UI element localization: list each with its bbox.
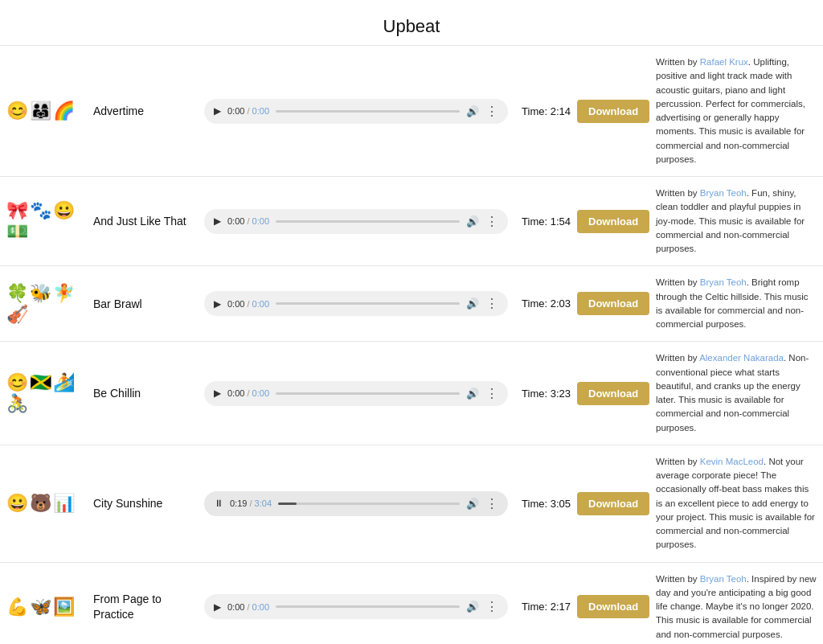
total-time-from-page-to-practice: 0:00 (252, 602, 269, 612)
play-button-and-just-like-that[interactable]: ▶ (214, 215, 221, 227)
progress-bar-advertime[interactable] (276, 110, 460, 113)
track-emoji-and-just-like-that: 🎀🐾😀💵 (6, 200, 87, 242)
track-duration-from-page-to-practice: Time: 2:17 (514, 601, 571, 613)
current-time-from-page-to-practice: 0:00 (227, 602, 244, 612)
download-button-bar-brawl[interactable]: Download (577, 292, 649, 315)
play-button-from-page-to-practice[interactable]: ▶ (214, 601, 221, 613)
track-title-from-page-to-practice: From Page to Practice (93, 592, 198, 621)
progress-fill-city-sunshine (278, 502, 297, 505)
volume-icon-bar-brawl[interactable]: 🔊 (466, 297, 479, 310)
track-description-city-sunshine: Written by Kevin MacLeod. Not your avera… (656, 455, 817, 552)
track-description-and-just-like-that: Written by Bryan Teoh. Fun, shiny, clean… (656, 187, 817, 256)
more-button-and-just-like-that[interactable]: ⋮ (485, 214, 498, 229)
more-button-be-chillin[interactable]: ⋮ (485, 386, 498, 401)
track-title-and-just-like-that: And Just Like That (93, 214, 198, 228)
download-button-be-chillin[interactable]: Download (577, 382, 649, 405)
current-time-advertime: 0:00 (227, 106, 244, 116)
track-title-bar-brawl: Bar Brawl (93, 297, 198, 311)
track-duration-be-chillin: Time: 3:23 (514, 388, 571, 400)
track-list: 😊👨‍👩‍👧🌈 Advertime ▶ 0:00 / 0:00 🔊 ⋮ Time… (0, 45, 823, 644)
time-display-from-page-to-practice: 0:00 / 0:00 (227, 602, 269, 612)
time-display-city-sunshine: 0:19 / 3:04 (230, 498, 272, 508)
current-time-be-chillin: 0:00 (227, 388, 244, 398)
track-emoji-be-chillin: 😊🇯🇲🏄🚴 (6, 372, 87, 414)
progress-bar-city-sunshine[interactable] (278, 502, 460, 505)
track-description-advertime: Written by Rafael Krux. Uplifting, posit… (656, 55, 817, 166)
author-link-advertime[interactable]: Rafael Krux (700, 57, 748, 67)
download-button-and-just-like-that[interactable]: Download (577, 210, 649, 233)
download-button-from-page-to-practice[interactable]: Download (577, 595, 649, 618)
author-link-from-page-to-practice[interactable]: Bryan Teoh (700, 574, 747, 584)
volume-icon-city-sunshine[interactable]: 🔊 (466, 498, 479, 510)
volume-icon-advertime[interactable]: 🔊 (466, 105, 479, 117)
track-emoji-advertime: 😊👨‍👩‍👧🌈 (6, 100, 87, 121)
author-link-bar-brawl[interactable]: Bryan Teoh (700, 277, 747, 287)
track-title-be-chillin: Be Chillin (93, 386, 198, 400)
track-row: 😀🐻📊 City Sunshine ⏸ 0:19 / 3:04 🔊 ⋮ Time… (0, 445, 823, 562)
progress-bar-be-chillin[interactable] (276, 392, 460, 395)
total-time-and-just-like-that: 0:00 (252, 216, 269, 226)
track-description-bar-brawl: Written by Bryan Teoh. Bright romp throu… (656, 276, 817, 331)
more-button-bar-brawl[interactable]: ⋮ (485, 296, 498, 311)
track-duration-advertime: Time: 2:14 (514, 105, 571, 117)
audio-player-be-chillin: ▶ 0:00 / 0:00 🔊 ⋮ (204, 381, 508, 406)
total-time-advertime: 0:00 (252, 106, 269, 116)
author-link-city-sunshine[interactable]: Kevin MacLeod (700, 457, 764, 466)
time-display-be-chillin: 0:00 / 0:00 (227, 388, 269, 398)
track-row: 🎀🐾😀💵 And Just Like That ▶ 0:00 / 0:00 🔊 … (0, 176, 823, 265)
total-time-bar-brawl: 0:00 (252, 299, 269, 309)
audio-player-city-sunshine: ⏸ 0:19 / 3:04 🔊 ⋮ (204, 491, 508, 516)
author-link-be-chillin[interactable]: Alexander Nakarada (699, 353, 784, 363)
author-link-and-just-like-that[interactable]: Bryan Teoh (700, 188, 747, 198)
total-time-be-chillin: 0:00 (252, 388, 269, 398)
current-time-and-just-like-that: 0:00 (227, 216, 244, 226)
volume-icon-from-page-to-practice[interactable]: 🔊 (466, 601, 479, 613)
more-button-city-sunshine[interactable]: ⋮ (485, 496, 498, 511)
volume-icon-be-chillin[interactable]: 🔊 (466, 388, 479, 400)
audio-player-and-just-like-that: ▶ 0:00 / 0:00 🔊 ⋮ (204, 209, 508, 234)
track-description-be-chillin: Written by Alexander Nakarada. Non-conve… (656, 351, 817, 435)
progress-bar-from-page-to-practice[interactable] (276, 605, 460, 608)
download-button-city-sunshine[interactable]: Download (577, 492, 649, 515)
total-time-city-sunshine: 3:04 (255, 498, 272, 508)
audio-player-advertime: ▶ 0:00 / 0:00 🔊 ⋮ (204, 99, 508, 124)
track-row: 😊👨‍👩‍👧🌈 Advertime ▶ 0:00 / 0:00 🔊 ⋮ Time… (0, 45, 823, 176)
play-button-city-sunshine[interactable]: ⏸ (214, 498, 223, 509)
track-emoji-city-sunshine: 😀🐻📊 (6, 493, 87, 514)
progress-bar-and-just-like-that[interactable] (276, 220, 460, 223)
current-time-bar-brawl: 0:00 (227, 299, 244, 309)
track-row: 🍀🐝🧚🎻 Bar Brawl ▶ 0:00 / 0:00 🔊 ⋮ Time: 2… (0, 265, 823, 341)
track-title-advertime: Advertime (93, 104, 198, 118)
track-title-city-sunshine: City Sunshine (93, 496, 198, 511)
current-time-city-sunshine: 0:19 (230, 498, 247, 508)
play-button-advertime[interactable]: ▶ (214, 105, 221, 117)
audio-player-bar-brawl: ▶ 0:00 / 0:00 🔊 ⋮ (204, 291, 508, 316)
page-title: Upbeat (0, 0, 823, 45)
track-row: 💪🦋🖼️ From Page to Practice ▶ 0:00 / 0:00… (0, 562, 823, 645)
track-duration-bar-brawl: Time: 2:03 (514, 297, 571, 310)
more-button-from-page-to-practice[interactable]: ⋮ (485, 599, 498, 614)
track-duration-and-just-like-that: Time: 1:54 (514, 215, 571, 228)
track-emoji-from-page-to-practice: 💪🦋🖼️ (6, 597, 87, 617)
progress-bar-bar-brawl[interactable] (276, 302, 460, 305)
track-row: 😊🇯🇲🏄🚴 Be Chillin ▶ 0:00 / 0:00 🔊 ⋮ Time:… (0, 341, 823, 445)
volume-icon-and-just-like-that[interactable]: 🔊 (466, 215, 479, 228)
play-button-be-chillin[interactable]: ▶ (214, 388, 221, 399)
download-button-advertime[interactable]: Download (577, 100, 649, 123)
track-duration-city-sunshine: Time: 3:05 (514, 498, 571, 510)
time-display-advertime: 0:00 / 0:00 (227, 106, 269, 116)
track-emoji-bar-brawl: 🍀🐝🧚🎻 (6, 283, 87, 325)
play-button-bar-brawl[interactable]: ▶ (214, 298, 221, 310)
track-description-from-page-to-practice: Written by Bryan Teoh. Inspired by new d… (656, 572, 817, 642)
more-button-advertime[interactable]: ⋮ (485, 104, 498, 119)
audio-player-from-page-to-practice: ▶ 0:00 / 0:00 🔊 ⋮ (204, 594, 508, 619)
time-display-and-just-like-that: 0:00 / 0:00 (227, 216, 269, 226)
time-display-bar-brawl: 0:00 / 0:00 (227, 299, 269, 309)
